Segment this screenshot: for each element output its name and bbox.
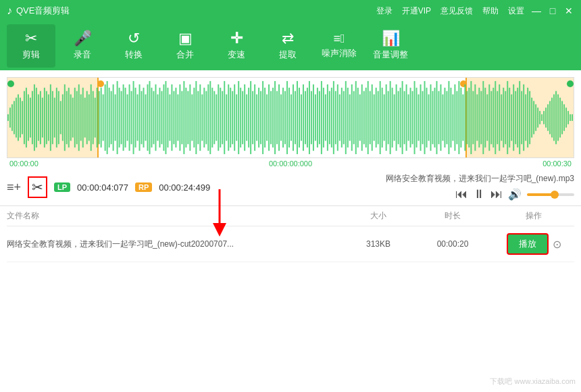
svg-rect-119 bbox=[248, 88, 249, 148]
svg-rect-32 bbox=[72, 98, 74, 138]
svg-rect-211 bbox=[434, 88, 435, 148]
svg-rect-217 bbox=[446, 91, 447, 145]
svg-rect-14 bbox=[36, 88, 37, 148]
svg-rect-75 bbox=[159, 88, 160, 148]
more-options-button[interactable]: ⊙ bbox=[553, 238, 561, 251]
svg-rect-9 bbox=[26, 88, 27, 148]
svg-rect-262 bbox=[537, 107, 538, 128]
svg-rect-240 bbox=[492, 88, 494, 148]
svg-rect-242 bbox=[497, 91, 498, 145]
svg-rect-16 bbox=[40, 91, 41, 145]
svg-rect-78 bbox=[165, 81, 166, 154]
svg-rect-51 bbox=[111, 91, 112, 145]
toolbar-volume[interactable]: 📊 音量调整 bbox=[366, 24, 415, 68]
settings-link[interactable]: 设置 bbox=[508, 5, 524, 17]
svg-rect-68 bbox=[145, 95, 147, 141]
svg-rect-155 bbox=[321, 81, 322, 154]
toolbar-convert[interactable]: ↺ 转换 bbox=[109, 24, 158, 68]
svg-rect-190 bbox=[392, 88, 393, 148]
toolbar-merge[interactable]: ▣ 合并 bbox=[161, 24, 209, 68]
svg-rect-142 bbox=[295, 91, 296, 145]
svg-rect-61 bbox=[131, 91, 132, 145]
svg-rect-52 bbox=[113, 84, 114, 151]
svg-rect-130 bbox=[270, 91, 272, 145]
toolbar-cut-label: 剪辑 bbox=[22, 49, 40, 61]
svg-rect-272 bbox=[557, 95, 559, 141]
svg-rect-117 bbox=[244, 84, 245, 151]
minimize-button[interactable]: — bbox=[531, 5, 542, 16]
svg-rect-49 bbox=[107, 81, 108, 154]
file-row-action: 播放 ⊙ bbox=[493, 233, 574, 255]
play-file-button[interactable]: 播放 bbox=[507, 233, 549, 255]
svg-rect-93 bbox=[195, 81, 197, 154]
svg-rect-3 bbox=[14, 101, 15, 134]
volume-icon[interactable]: 🔊 bbox=[508, 188, 522, 201]
svg-rect-91 bbox=[191, 95, 193, 141]
denoise-icon: ≡⃝ bbox=[333, 32, 345, 45]
prev-button[interactable]: ⏮ bbox=[455, 187, 468, 201]
svg-rect-236 bbox=[484, 88, 486, 148]
svg-rect-174 bbox=[359, 95, 361, 141]
svg-rect-106 bbox=[222, 91, 223, 145]
svg-rect-229 bbox=[470, 81, 472, 154]
maximize-button[interactable]: □ bbox=[547, 5, 558, 16]
svg-rect-154 bbox=[319, 91, 320, 145]
svg-rect-25 bbox=[58, 91, 59, 145]
help-link[interactable]: 帮助 bbox=[482, 5, 499, 17]
svg-rect-243 bbox=[499, 84, 500, 151]
volume-slider[interactable] bbox=[527, 193, 574, 196]
waveform-container[interactable]: // This won't run in SVG context, using … bbox=[7, 77, 574, 158]
toolbar-denoise[interactable]: ≡⃝ 噪声消除 bbox=[315, 24, 363, 68]
toolbar-cut[interactable]: ✂ 剪辑 bbox=[7, 24, 55, 68]
toolbar-speed[interactable]: ✛ 变速 bbox=[212, 24, 261, 68]
svg-rect-136 bbox=[282, 88, 284, 148]
svg-rect-20 bbox=[48, 95, 49, 141]
toolbar-extract[interactable]: ⇄ 提取 bbox=[263, 24, 312, 68]
svg-rect-60 bbox=[129, 84, 130, 151]
svg-rect-40 bbox=[89, 95, 90, 141]
svg-rect-265 bbox=[543, 111, 545, 124]
login-link[interactable]: 登录 bbox=[376, 5, 393, 17]
pause-button[interactable]: ⏸ bbox=[473, 187, 485, 201]
file-list-row: 网络安全教育视频，进来我们一起学习吧_(new)-cut20200707... … bbox=[7, 226, 574, 262]
svg-rect-2 bbox=[11, 104, 13, 130]
close-button[interactable]: ✕ bbox=[563, 5, 574, 16]
svg-rect-1 bbox=[9, 107, 11, 128]
toolbar-record[interactable]: 🎤 录音 bbox=[58, 24, 107, 68]
svg-rect-140 bbox=[290, 95, 292, 141]
header-size: 大小 bbox=[345, 210, 412, 222]
svg-rect-13 bbox=[34, 84, 35, 151]
svg-rect-135 bbox=[280, 95, 282, 141]
svg-rect-204 bbox=[420, 84, 422, 151]
feedback-link[interactable]: 意见反馈 bbox=[440, 5, 473, 17]
svg-rect-10 bbox=[28, 95, 29, 141]
svg-rect-24 bbox=[56, 88, 57, 148]
svg-rect-133 bbox=[276, 91, 278, 145]
svg-rect-173 bbox=[357, 88, 359, 148]
timeline: 00:00:00 00:00:00:000 00:00:30 bbox=[7, 158, 574, 169]
vip-link[interactable]: 开通VIP bbox=[402, 5, 431, 17]
svg-rect-7 bbox=[22, 101, 23, 134]
svg-rect-125 bbox=[260, 91, 261, 145]
svg-rect-175 bbox=[361, 84, 363, 151]
svg-rect-156 bbox=[323, 88, 324, 148]
waveform-area: // This won't run in SVG context, using … bbox=[0, 70, 581, 169]
svg-rect-84 bbox=[177, 95, 178, 141]
next-button[interactable]: ⏭ bbox=[490, 187, 503, 201]
svg-rect-250 bbox=[513, 84, 514, 151]
svg-rect-126 bbox=[262, 81, 263, 154]
svg-rect-41 bbox=[91, 84, 92, 151]
svg-rect-183 bbox=[378, 91, 379, 145]
svg-rect-201 bbox=[414, 81, 415, 154]
add-segment-button[interactable]: ≡+ bbox=[7, 180, 21, 195]
cut-button-box[interactable]: ✂ bbox=[28, 176, 47, 198]
svg-rect-123 bbox=[256, 95, 257, 141]
toolbar-merge-label: 合并 bbox=[176, 49, 194, 61]
cut-scissors-icon: ✂ bbox=[32, 179, 43, 195]
file-list-header: 文件名称 大小 时长 操作 bbox=[7, 206, 574, 226]
svg-rect-86 bbox=[181, 91, 182, 145]
svg-rect-34 bbox=[76, 91, 78, 145]
svg-rect-99 bbox=[207, 84, 209, 151]
svg-rect-239 bbox=[490, 91, 492, 145]
svg-rect-141 bbox=[293, 84, 294, 151]
